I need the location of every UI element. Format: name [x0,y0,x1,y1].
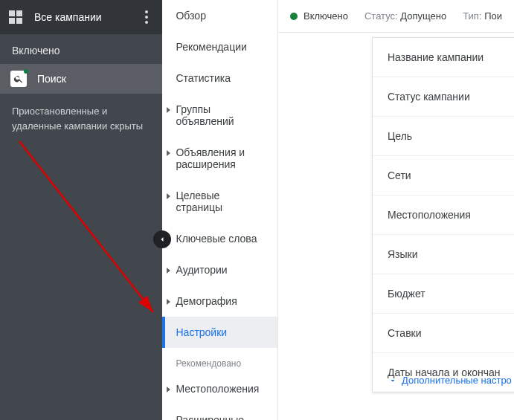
settings-card: Название кампании Статус кампании Цель С… [372,37,514,392]
panel-header: Включено Статус: Допущено Тип: Пои [278,0,514,33]
status-label: Статус: [364,10,398,22]
nav-statistics[interactable]: Статистика [162,62,277,94]
nav-recommendations[interactable]: Рекомендации [162,31,277,62]
apps-grid-icon[interactable] [9,10,22,24]
hidden-campaigns-note: Приостановленные и удаленные кампании ск… [0,94,162,143]
nav-label: Настройки [176,326,227,338]
setting-row-bids[interactable]: Ставки [373,314,514,353]
link-label: Дополнительные настро [402,375,512,386]
setting-row-networks[interactable]: Сети [373,156,514,196]
enabled-label: Включено [303,10,348,22]
type-value: Пои [484,10,502,22]
nav-label: Местоположения [176,383,259,395]
sidebar-header: Все кампании [0,0,162,34]
nav-ad-groups[interactable]: Группы объявлений [162,94,277,137]
all-campaigns-label[interactable]: Все кампании [34,11,140,23]
nav-audiences[interactable]: Аудитории [162,254,277,285]
sidebar-item-label: Поиск [37,73,66,85]
nav-keywords[interactable]: Ключевые слова [162,223,277,254]
setting-row-languages[interactable]: Языки [373,235,514,274]
setting-row-goal[interactable]: Цель [373,117,514,156]
status-value: Допущено [400,10,446,22]
nav-locations[interactable]: Местоположения [162,373,277,404]
chevron-left-icon [158,235,167,244]
campaign-status: Статус: Допущено [364,10,446,22]
sidebar-item-search[interactable]: Поиск [0,64,162,94]
secondary-nav: Обзор Рекомендации Статистика Группы объ… [162,0,278,420]
setting-row-budget[interactable]: Бюджет [373,274,514,314]
nav-ads-extensions[interactable]: Объявления и расширения [162,137,277,180]
setting-row-status[interactable]: Статус кампании [373,77,514,117]
status-dot-icon [24,69,28,74]
campaign-enabled-toggle[interactable]: Включено [290,10,348,22]
nav-adv-adjustments[interactable]: Расширенные корректировки [162,404,277,420]
nav-label: Демография [176,295,237,307]
enabled-filter-label[interactable]: Включено [0,34,162,64]
status-dot-icon [290,13,298,20]
nav-demography[interactable]: Демография [162,285,277,317]
campaign-type: Тип: Пои [463,10,502,22]
setting-row-name[interactable]: Название кампании [373,38,514,77]
setting-row-dates[interactable]: Даты начала и окончан [373,353,514,392]
type-label: Тип: [463,10,481,22]
nav-label: Целевые страницы [176,190,267,213]
nav-label: Объявления и расширения [176,146,267,170]
nav-label: Расширенные корректировки [176,414,267,420]
setting-row-locations[interactable]: Местоположения [373,196,514,235]
chevron-down-icon [388,376,397,385]
campaigns-sidebar: Все кампании Включено Поиск Приостановле… [0,0,162,420]
nav-label: Аудитории [176,264,227,276]
main-panel: Включено Статус: Допущено Тип: Пои Назва… [278,0,514,420]
nav-settings[interactable]: Настройки [162,317,277,348]
nav-label: Рекомендации [176,41,246,53]
nav-overview[interactable]: Обзор [162,0,277,31]
nav-label: Группы объявлений [176,103,267,127]
nav-label: Ключевые слова [176,233,257,245]
nav-label: Статистика [176,72,231,84]
nav-label: Обзор [176,10,205,22]
more-icon[interactable] [140,10,153,24]
additional-settings-link[interactable]: Дополнительные настро [388,375,512,386]
search-icon [10,71,27,87]
nav-section-recommended: Рекомендовано [162,348,277,373]
nav-landing-pages[interactable]: Целевые страницы [162,180,277,223]
